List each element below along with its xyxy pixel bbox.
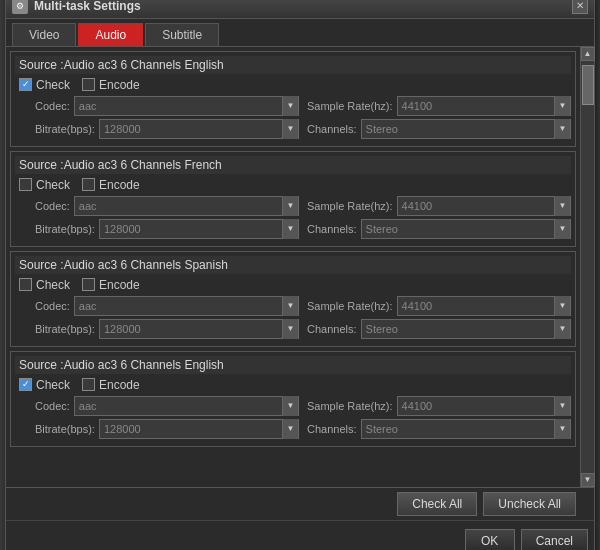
channels-select-0[interactable]: Stereo ▼ — [361, 119, 571, 139]
bitrate-value-2: 128000 — [100, 323, 282, 335]
source-label-0: Source :Audio ac3 6 Channels English — [15, 56, 571, 74]
channels-select-3[interactable]: Stereo ▼ — [361, 419, 571, 439]
encode-item-2[interactable]: Encode — [82, 278, 140, 292]
bitrate-arrow-3[interactable]: ▼ — [282, 419, 298, 439]
ok-button[interactable]: OK — [465, 529, 515, 551]
codec-row-3: Codec: aac ▼ Sample Rate(hz): 44100 ▼ — [15, 396, 571, 416]
bitrate-select-2[interactable]: 128000 ▼ — [99, 319, 299, 339]
codec-group-2: Codec: aac ▼ — [35, 296, 299, 316]
tab-bar: Video Audio Subtitle — [6, 19, 594, 47]
codec-select-1[interactable]: aac ▼ — [74, 196, 299, 216]
bitrate-arrow-1[interactable]: ▼ — [282, 219, 298, 239]
content-area: Source :Audio ac3 6 Channels English Che… — [6, 47, 594, 487]
codec-arrow-0[interactable]: ▼ — [282, 96, 298, 116]
channels-select-2[interactable]: Stereo ▼ — [361, 319, 571, 339]
channels-value-0: Stereo — [362, 123, 554, 135]
codec-arrow-3[interactable]: ▼ — [282, 396, 298, 416]
encode-checkbox-3[interactable] — [82, 378, 95, 391]
source-label-2: Source :Audio ac3 6 Channels Spanish — [15, 256, 571, 274]
window-icon: ⚙ — [12, 0, 28, 14]
cancel-button[interactable]: Cancel — [521, 529, 588, 551]
sample-rate-group-2: Sample Rate(hz): 44100 ▼ — [307, 296, 571, 316]
sample-rate-select-3[interactable]: 44100 ▼ — [397, 396, 571, 416]
sample-rate-select-0[interactable]: 44100 ▼ — [397, 96, 571, 116]
sample-rate-select-2[interactable]: 44100 ▼ — [397, 296, 571, 316]
codec-select-3[interactable]: aac ▼ — [74, 396, 299, 416]
channels-select-1[interactable]: Stereo ▼ — [361, 219, 571, 239]
encode-label-3: Encode — [99, 378, 140, 392]
codec-group-3: Codec: aac ▼ — [35, 396, 299, 416]
scroll-thumb[interactable] — [582, 65, 594, 105]
check-row-3: Check Encode — [15, 378, 571, 392]
codec-arrow-2[interactable]: ▼ — [282, 296, 298, 316]
encode-item-0[interactable]: Encode — [82, 78, 140, 92]
encode-checkbox-1[interactable] — [82, 178, 95, 191]
codec-select-2[interactable]: aac ▼ — [74, 296, 299, 316]
window-title: Multi-task Settings — [34, 0, 141, 13]
bitrate-label-1: Bitrate(bps): — [35, 223, 95, 235]
tab-video[interactable]: Video — [12, 23, 76, 46]
channels-label-1: Channels: — [307, 223, 357, 235]
sample-rate-arrow-3[interactable]: ▼ — [554, 396, 570, 416]
codec-row-2: Codec: aac ▼ Sample Rate(hz): 44100 ▼ — [15, 296, 571, 316]
channels-arrow-1[interactable]: ▼ — [554, 219, 570, 239]
tab-audio[interactable]: Audio — [78, 23, 143, 46]
action-row: Check All Uncheck All — [6, 488, 594, 521]
scroll-down-arrow[interactable]: ▼ — [581, 473, 595, 487]
sample-rate-select-1[interactable]: 44100 ▼ — [397, 196, 571, 216]
codec-value-3: aac — [75, 400, 282, 412]
channels-value-1: Stereo — [362, 223, 554, 235]
close-button[interactable]: ✕ — [572, 0, 588, 14]
codec-select-0[interactable]: aac ▼ — [74, 96, 299, 116]
sample-rate-group-3: Sample Rate(hz): 44100 ▼ — [307, 396, 571, 416]
scroll-up-arrow[interactable]: ▲ — [581, 47, 595, 61]
uncheck-all-button[interactable]: Uncheck All — [483, 492, 576, 516]
bottom-bar: Check All Uncheck All OK Cancel — [6, 487, 594, 551]
bitrate-select-0[interactable]: 128000 ▼ — [99, 119, 299, 139]
encode-checkbox-0[interactable] — [82, 78, 95, 91]
encode-item-3[interactable]: Encode — [82, 378, 140, 392]
check-checkbox-0[interactable] — [19, 78, 32, 91]
sample-rate-arrow-1[interactable]: ▼ — [554, 196, 570, 216]
sample-rate-value-3: 44100 — [398, 400, 554, 412]
codec-arrow-1[interactable]: ▼ — [282, 196, 298, 216]
check-checkbox-1[interactable] — [19, 178, 32, 191]
check-label-3: Check — [36, 378, 70, 392]
bitrate-arrow-0[interactable]: ▼ — [282, 119, 298, 139]
audio-section-3: Source :Audio ac3 6 Channels English Che… — [10, 351, 576, 447]
check-all-button[interactable]: Check All — [397, 492, 477, 516]
encode-label-0: Encode — [99, 78, 140, 92]
sample-rate-arrow-0[interactable]: ▼ — [554, 96, 570, 116]
check-checkbox-3[interactable] — [19, 378, 32, 391]
check-item-0[interactable]: Check — [19, 78, 70, 92]
channels-arrow-3[interactable]: ▼ — [554, 419, 570, 439]
codec-value-1: aac — [75, 200, 282, 212]
sample-rate-group-1: Sample Rate(hz): 44100 ▼ — [307, 196, 571, 216]
check-checkbox-2[interactable] — [19, 278, 32, 291]
channels-group-0: Channels: Stereo ▼ — [307, 119, 571, 139]
check-item-1[interactable]: Check — [19, 178, 70, 192]
sample-rate-label-1: Sample Rate(hz): — [307, 200, 393, 212]
check-row-0: Check Encode — [15, 78, 571, 92]
channels-label-0: Channels: — [307, 123, 357, 135]
tab-subtitle[interactable]: Subtitle — [145, 23, 219, 46]
channels-arrow-2[interactable]: ▼ — [554, 319, 570, 339]
check-label-1: Check — [36, 178, 70, 192]
check-item-3[interactable]: Check — [19, 378, 70, 392]
codec-value-0: aac — [75, 100, 282, 112]
channels-arrow-0[interactable]: ▼ — [554, 119, 570, 139]
sample-rate-value-1: 44100 — [398, 200, 554, 212]
source-label-3: Source :Audio ac3 6 Channels English — [15, 356, 571, 374]
bitrate-select-1[interactable]: 128000 ▼ — [99, 219, 299, 239]
codec-group-0: Codec: aac ▼ — [35, 96, 299, 116]
bitrate-arrow-2[interactable]: ▼ — [282, 319, 298, 339]
bitrate-value-1: 128000 — [100, 223, 282, 235]
bitrate-select-3[interactable]: 128000 ▼ — [99, 419, 299, 439]
encode-item-1[interactable]: Encode — [82, 178, 140, 192]
encode-checkbox-2[interactable] — [82, 278, 95, 291]
scroll-thumb-area — [581, 61, 594, 473]
sample-rate-arrow-2[interactable]: ▼ — [554, 296, 570, 316]
sample-rate-value-0: 44100 — [398, 100, 554, 112]
audio-section-0: Source :Audio ac3 6 Channels English Che… — [10, 51, 576, 147]
check-item-2[interactable]: Check — [19, 278, 70, 292]
